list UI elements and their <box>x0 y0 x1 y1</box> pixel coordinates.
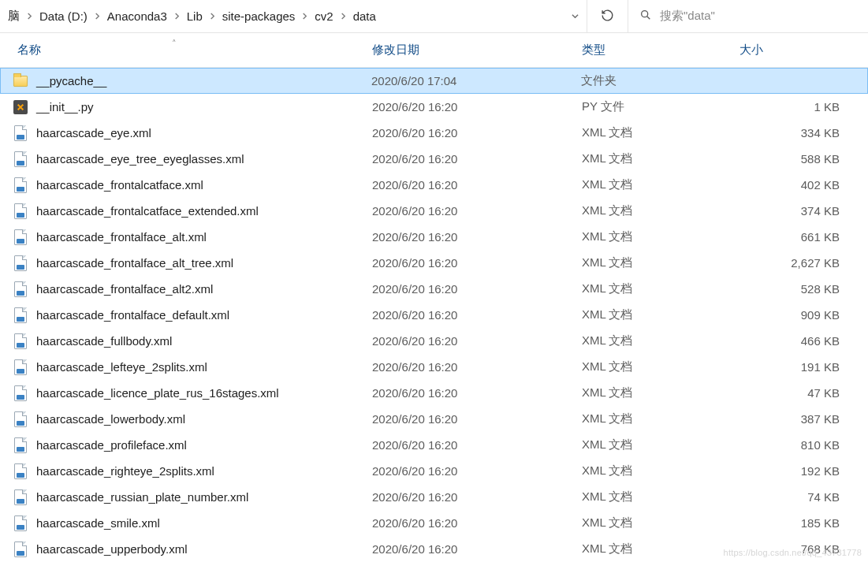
search-input[interactable]: 搜索"data" <box>628 0 868 32</box>
xml-file-icon <box>13 489 28 505</box>
file-type: XML 文档 <box>582 255 739 270</box>
xml-file-icon <box>13 255 28 271</box>
file-type: XML 文档 <box>582 307 739 322</box>
folder-icon <box>13 73 28 89</box>
file-type: XML 文档 <box>582 411 739 426</box>
file-date: 2020/6/20 17:04 <box>371 74 581 87</box>
file-row[interactable]: haarcascade_profileface.xml2020/6/20 16:… <box>0 432 868 458</box>
file-name: haarcascade_russian_plate_number.xml <box>36 490 248 504</box>
breadcrumb-segment[interactable]: cv2 <box>310 0 337 32</box>
file-type: XML 文档 <box>582 463 739 478</box>
column-header-type[interactable]: 类型 <box>582 43 739 58</box>
xml-file-icon <box>13 333 28 349</box>
file-date: 2020/6/20 16:20 <box>372 178 582 192</box>
breadcrumb[interactable]: 脑Data (D:)Anaconda3Libsite-packagescv2da… <box>0 0 563 32</box>
file-size: 588 KB <box>739 152 854 166</box>
breadcrumb-segment[interactable]: Lib <box>182 0 207 32</box>
file-row[interactable]: haarcascade_lowerbody.xml2020/6/20 16:20… <box>0 406 868 432</box>
file-row[interactable]: haarcascade_smile.xml2020/6/20 16:20XML … <box>0 510 868 536</box>
file-type: PY 文件 <box>582 99 739 114</box>
file-date: 2020/6/20 16:20 <box>372 334 582 348</box>
file-row[interactable]: haarcascade_lefteye_2splits.xml2020/6/20… <box>0 354 868 380</box>
file-name: __init__.py <box>36 100 94 114</box>
breadcrumb-dropdown[interactable] <box>563 0 587 32</box>
breadcrumb-segment[interactable]: Data (D:) <box>35 0 92 32</box>
refresh-button[interactable] <box>587 0 628 32</box>
file-date: 2020/6/20 16:20 <box>372 386 582 400</box>
file-name: haarcascade_frontalcatface_extended.xml <box>36 204 259 218</box>
file-size: 909 KB <box>739 308 854 322</box>
file-name: haarcascade_frontalface_alt2.xml <box>36 282 213 296</box>
file-name: haarcascade_eye.xml <box>36 126 151 140</box>
file-type: XML 文档 <box>582 229 739 244</box>
file-row[interactable]: haarcascade_eye.xml2020/6/20 16:20XML 文档… <box>0 120 868 146</box>
chevron-right-icon[interactable] <box>172 13 182 20</box>
file-row[interactable]: haarcascade_frontalface_default.xml2020/… <box>0 302 868 328</box>
file-type: XML 文档 <box>582 515 739 530</box>
folder-row[interactable]: __pycache__2020/6/20 17:04文件夹 <box>0 68 868 94</box>
file-date: 2020/6/20 16:20 <box>372 204 582 218</box>
xml-file-icon <box>13 203 28 219</box>
file-size: 2,627 KB <box>739 256 854 270</box>
chevron-right-icon[interactable] <box>92 13 102 20</box>
file-size: 402 KB <box>739 178 854 192</box>
file-row[interactable]: haarcascade_eye_tree_eyeglasses.xml2020/… <box>0 146 868 172</box>
file-type: XML 文档 <box>582 203 739 218</box>
file-size: 74 KB <box>739 490 854 504</box>
file-date: 2020/6/20 16:20 <box>372 360 582 374</box>
chevron-right-icon[interactable] <box>207 13 218 20</box>
file-name: haarcascade_fullbody.xml <box>36 334 172 348</box>
file-row[interactable]: haarcascade_frontalcatface.xml2020/6/20 … <box>0 172 868 198</box>
file-size: 334 KB <box>739 126 854 140</box>
column-header-date[interactable]: 修改日期 <box>372 43 582 58</box>
file-size: 810 KB <box>739 438 854 452</box>
file-name: haarcascade_lowerbody.xml <box>36 412 185 426</box>
file-name: haarcascade_profileface.xml <box>36 438 187 452</box>
file-size: 374 KB <box>739 204 854 218</box>
file-row[interactable]: haarcascade_licence_plate_rus_16stages.x… <box>0 380 868 406</box>
breadcrumb-segment[interactable]: site-packages <box>218 0 300 32</box>
xml-file-icon <box>13 541 28 557</box>
file-type: XML 文档 <box>582 281 739 296</box>
file-type: XML 文档 <box>582 437 739 452</box>
file-date: 2020/6/20 16:20 <box>372 438 582 452</box>
file-row[interactable]: __init__.py2020/6/20 16:20PY 文件1 KB <box>0 94 868 120</box>
breadcrumb-segment[interactable]: Anaconda3 <box>102 0 172 32</box>
file-row[interactable]: haarcascade_fullbody.xml2020/6/20 16:20X… <box>0 328 868 354</box>
file-name: haarcascade_frontalcatface.xml <box>36 178 203 192</box>
file-type: XML 文档 <box>582 541 739 556</box>
address-bar: 脑Data (D:)Anaconda3Libsite-packagescv2da… <box>0 0 868 33</box>
file-row[interactable]: haarcascade_russian_plate_number.xml2020… <box>0 484 868 510</box>
column-header-size[interactable]: 大小 <box>739 43 854 58</box>
breadcrumb-segment[interactable]: 脑 <box>3 0 24 32</box>
file-size: 192 KB <box>739 464 854 478</box>
column-header-name-label: 名称 <box>17 43 41 56</box>
file-date: 2020/6/20 16:20 <box>372 256 582 270</box>
file-row[interactable]: haarcascade_frontalface_alt.xml2020/6/20… <box>0 224 868 250</box>
xml-file-icon <box>13 177 28 193</box>
chevron-right-icon[interactable] <box>300 13 310 20</box>
file-row[interactable]: haarcascade_frontalface_alt_tree.xml2020… <box>0 250 868 276</box>
file-row[interactable]: haarcascade_righteye_2splits.xml2020/6/2… <box>0 458 868 484</box>
file-row[interactable]: haarcascade_frontalcatface_extended.xml2… <box>0 198 868 224</box>
chevron-right-icon[interactable] <box>24 13 35 20</box>
file-name: __pycache__ <box>36 74 106 87</box>
column-header-name[interactable]: 名称 ˄ <box>0 43 372 58</box>
file-date: 2020/6/20 16:20 <box>372 516 582 530</box>
file-name: haarcascade_frontalface_alt.xml <box>36 230 207 244</box>
chevron-right-icon[interactable] <box>338 13 348 20</box>
file-row[interactable]: haarcascade_frontalface_alt2.xml2020/6/2… <box>0 276 868 302</box>
column-headers: 名称 ˄ 修改日期 类型 大小 <box>0 33 868 68</box>
file-type: XML 文档 <box>582 177 739 192</box>
file-date: 2020/6/20 16:20 <box>372 152 582 166</box>
file-size: 661 KB <box>739 230 854 244</box>
file-name: haarcascade_frontalface_default.xml <box>36 308 229 322</box>
file-name: haarcascade_licence_plate_rus_16stages.x… <box>36 386 279 400</box>
file-size: 528 KB <box>739 282 854 296</box>
file-date: 2020/6/20 16:20 <box>372 282 582 296</box>
xml-file-icon <box>13 281 28 297</box>
breadcrumb-segment[interactable]: data <box>348 0 381 32</box>
refresh-icon <box>601 9 614 24</box>
file-date: 2020/6/20 16:20 <box>372 490 582 504</box>
file-date: 2020/6/20 16:20 <box>372 100 582 114</box>
